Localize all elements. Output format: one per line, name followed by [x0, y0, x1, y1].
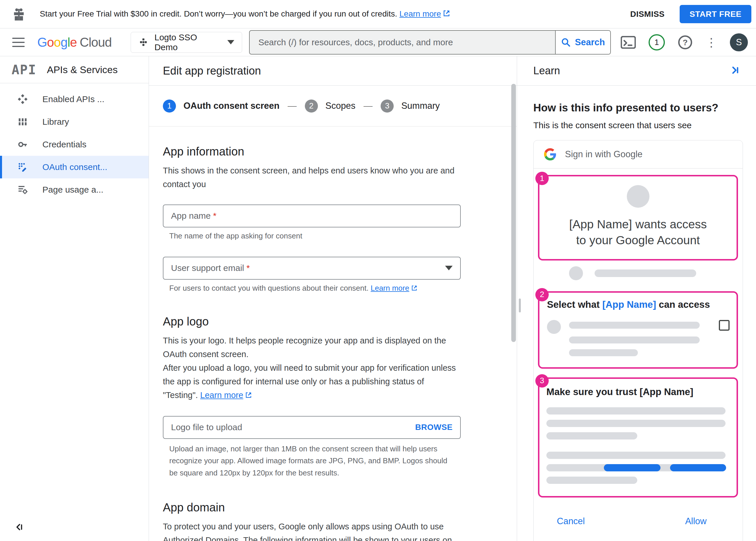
preview-section-scopes: 2 Select what [App Name] can access [538, 291, 738, 369]
learn-panel: Learn How is this info presented to user… [517, 56, 756, 541]
google-wordmark: Google [37, 35, 77, 50]
start-free-button[interactable]: START FREE [680, 5, 751, 23]
placeholder-bar [546, 477, 637, 484]
scope-icon-placeholder [547, 320, 561, 334]
external-link-icon [411, 284, 417, 293]
app-header: Google Cloud Logto SSO Demo Search (/) f… [0, 28, 756, 56]
banner-learn-more-link[interactable]: Learn more [399, 9, 441, 18]
key-icon [17, 139, 28, 150]
step-separator: — [288, 101, 297, 111]
select-access-title: Select what [App Name] can access [547, 299, 730, 310]
page-usage-icon [17, 184, 28, 196]
consent-screen-preview: Sign in with Google 1 [App Name] wants a… [533, 140, 743, 541]
app-logo-description: This is your logo. It helps people recog… [163, 334, 456, 403]
callout-badge-2: 2 [535, 288, 549, 301]
app-domain-heading: App domain [163, 501, 517, 514]
app-information-heading: App information [163, 145, 517, 158]
placeholder-bar [595, 270, 696, 277]
collapse-panel-icon[interactable] [728, 64, 740, 77]
placeholder-bar [569, 349, 638, 356]
logo-upload-helper: Upload an image, not larger than 1MB on … [169, 443, 454, 479]
google-cloud-logo[interactable]: Google Cloud [37, 35, 112, 50]
step-summary[interactable]: 3 Summary [381, 100, 440, 113]
support-email-learn-more-link[interactable]: Learn more [371, 284, 409, 292]
preview-section-app-name: 1 [App Name] wants access to your Google… [538, 175, 738, 261]
app-logo-heading: App logo [163, 315, 517, 328]
notification-badge[interactable]: 1 [649, 34, 665, 51]
api-logo: API [12, 62, 36, 77]
callout-badge-1: 1 [535, 172, 549, 185]
app-name-field[interactable]: App name* [163, 205, 461, 228]
stepper: 1 OAuth consent screen — 2 Scopes — 3 Su… [149, 86, 517, 127]
required-asterisk: * [213, 211, 217, 221]
sidebar-header: API APIs & Services [0, 56, 149, 83]
signin-header: Sign in with Google [534, 140, 743, 169]
library-icon [17, 116, 28, 128]
main-header: Edit app registration [149, 56, 517, 86]
step-separator: — [363, 101, 372, 111]
help-icon[interactable]: ? [678, 35, 693, 50]
sidebar-item-page-usage[interactable]: Page usage a... [0, 179, 149, 201]
dismiss-button[interactable]: DISMISS [630, 10, 665, 19]
svg-text:?: ? [683, 38, 687, 47]
trust-title: Make sure you trust [App Name] [546, 386, 731, 397]
app-logo-learn-more-link[interactable]: Learn more [200, 390, 243, 400]
app-domain-description: To protect you and your users, Google on… [163, 520, 456, 541]
cancel-button[interactable]: Cancel [557, 516, 585, 526]
trust-placeholder-bars [546, 407, 731, 484]
account-placeholder-row [569, 266, 743, 280]
browse-button[interactable]: BROWSE [415, 423, 453, 432]
step-circle: 3 [381, 100, 394, 113]
learn-scrollbar[interactable] [519, 298, 521, 312]
app-information-description: This shows in the consent screen, and he… [163, 164, 456, 191]
step-circle: 1 [163, 100, 176, 113]
more-vert-icon[interactable]: ⋮ [705, 37, 717, 48]
callout-badge-3: 3 [535, 374, 549, 387]
oauth-consent-icon [17, 161, 28, 173]
logo-file-field[interactable]: Logo file to upload BROWSE [163, 416, 461, 439]
sidebar-item-credentials[interactable]: Credentials [0, 133, 149, 156]
cloud-wordmark: Cloud [80, 35, 111, 50]
form-area: App information This shows in the consen… [149, 145, 517, 541]
placeholder-bar [546, 432, 637, 439]
header-icons: 1 ? ⋮ S [621, 33, 756, 51]
search-placeholder: Search (/) for resources, docs, products… [258, 37, 453, 47]
search-input[interactable]: Search (/) for resources, docs, products… [250, 31, 555, 54]
consent-actions: Cancel Allow [534, 497, 743, 541]
step-oauth-consent-screen[interactable]: 1 OAuth consent screen [163, 100, 280, 113]
cloud-shell-icon[interactable] [621, 36, 636, 49]
account-avatar-placeholder [569, 266, 583, 280]
dropdown-arrow-icon [445, 266, 453, 270]
sidebar-product-title: APIs & Services [47, 64, 118, 75]
project-name: Logto SSO Demo [154, 33, 220, 52]
placeholder-bar-with-buttons [546, 464, 726, 471]
collapse-sidebar-icon[interactable] [14, 522, 24, 533]
avatar[interactable]: S [730, 33, 748, 51]
sidebar: API APIs & Services Enabled APIs ... Lib… [0, 56, 149, 541]
blue-button-placeholder [670, 464, 726, 471]
hamburger-menu-icon[interactable] [12, 38, 25, 47]
main-scrollbar[interactable] [511, 84, 516, 342]
placeholder-bar [546, 407, 726, 414]
project-selector[interactable]: Logto SSO Demo [131, 32, 242, 53]
step-circle: 2 [305, 100, 318, 113]
search-button[interactable]: Search [555, 31, 610, 54]
user-support-email-select[interactable]: User support email* [163, 257, 461, 279]
banner-message: Start your Free Trial with $300 in credi… [40, 9, 450, 19]
placeholder-bar [546, 452, 726, 459]
learn-subheading: This is the consent screen that users se… [533, 120, 743, 130]
support-email-helper: For users to contact you with questions … [169, 284, 517, 293]
step-scopes[interactable]: 2 Scopes [305, 100, 355, 113]
sidebar-nav: Enabled APIs ... Library Credentials [0, 83, 149, 201]
enabled-apis-icon [17, 93, 28, 105]
chevron-down-icon [227, 40, 234, 44]
sidebar-item-enabled-apis[interactable]: Enabled APIs ... [0, 88, 149, 111]
allow-button[interactable]: Allow [685, 516, 707, 526]
wants-access-text: [App Name] wants access to your Google A… [545, 217, 731, 249]
sidebar-item-library[interactable]: Library [0, 111, 149, 133]
external-link-icon [245, 389, 252, 403]
app-logo-placeholder [627, 185, 649, 208]
google-cloud-console: Start your Free Trial with $300 in credi… [0, 0, 756, 541]
sidebar-item-oauth-consent[interactable]: OAuth consent... [0, 156, 149, 179]
search-icon [561, 37, 571, 47]
